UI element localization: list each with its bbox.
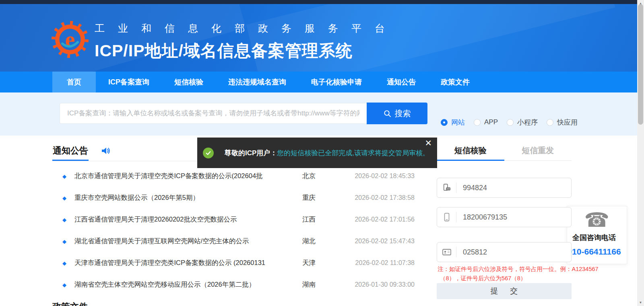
notice-title[interactable]: 江西省通信管理局关于清理20260202批次空壳数据公示 xyxy=(74,215,295,224)
notice-list: ◆ 北京市通信管理局关于清理空壳类ICP备案数据的公示(202604批 北京 2… xyxy=(52,165,415,296)
radio-label: APP xyxy=(484,118,498,126)
nav-item-sms-verify[interactable]: 短信核验 xyxy=(162,72,216,92)
scroll-down-arrow[interactable]: ▼ xyxy=(637,300,644,306)
notice-region: 重庆 xyxy=(295,193,349,202)
nav-item-illegal-domain-query[interactable]: 违法违规域名查询 xyxy=(216,72,299,92)
notice-title[interactable]: 湖南省空壳主体空壳网站空壳移动应用公示（2026年第二批） xyxy=(74,280,295,289)
notice-row[interactable]: ◆ 重庆市空壳网站数据公示（2026年第5期） 重庆 2026-02-02 17… xyxy=(52,187,415,209)
diamond-bullet-icon: ◆ xyxy=(52,195,74,201)
notice-title[interactable]: 重庆市空壳网站数据公示（2026年第5期） xyxy=(74,193,295,202)
notice-title[interactable]: 北京市通信管理局关于清理空壳类ICP备案数据的公示(202604批 xyxy=(74,172,295,181)
radio-quick-app[interactable]: 快应用 xyxy=(547,118,578,127)
hotline-label: 全国咨询电话 xyxy=(561,233,627,242)
notice-row[interactable]: ◆ 天津市通信管理局关于清理空壳类ICP备案数据的公示 (20260131 天津… xyxy=(52,252,415,274)
nav-item-e-verify-apply[interactable]: 电子化核验申请 xyxy=(299,72,374,92)
notice-region: 天津 xyxy=(295,259,349,267)
radio-app[interactable]: APP xyxy=(474,118,498,126)
radio-icon xyxy=(507,119,514,126)
notice-row[interactable]: ◆ 江西省通信管理局关于清理20260202批次空壳数据公示 江西 2026-0… xyxy=(52,209,415,230)
id-last6-field[interactable] xyxy=(437,242,572,262)
notice-datetime: 2026-02-02 15:47:43 xyxy=(349,238,415,245)
notice-title[interactable]: 湖北省通信管理局关于清理互联网空壳网站/空壳主体的公示 xyxy=(74,237,295,246)
hotline-card: ☎ 全国咨询电话 010-66411166 xyxy=(567,206,627,264)
diamond-bullet-icon: ◆ xyxy=(52,173,74,179)
radio-label: 快应用 xyxy=(557,118,578,127)
close-icon[interactable]: ✕ xyxy=(425,138,432,148)
phone-number-input[interactable] xyxy=(456,213,564,222)
diamond-bullet-icon: ◆ xyxy=(52,238,74,244)
notice-datetime: 2026-02-02 17:01:56 xyxy=(349,216,415,223)
notice-row[interactable]: ◆ 湖南省空壳主体空壳网站空壳移动应用公示（2026年第二批） 湖南 2026-… xyxy=(52,274,415,296)
notice-title[interactable]: 天津市通信管理局关于清理空壳类ICP备案数据的公示 (20260131 xyxy=(74,259,295,267)
miit-gear-logo-icon: e xyxy=(51,18,89,61)
scrollbar[interactable]: ▲ ▼ xyxy=(637,0,644,306)
notice-datetime: 2026-02-02 18:45:33 xyxy=(349,173,415,180)
notice-datetime: 2026-02-02 17:38:58 xyxy=(349,194,415,201)
search-input[interactable] xyxy=(60,103,367,124)
tab-sms-resend[interactable]: 短信重发 xyxy=(504,142,572,161)
submit-button[interactable]: 提 交 xyxy=(437,283,572,299)
tab-sms-verify[interactable]: 短信核验 xyxy=(437,142,504,161)
page-title: ICP/IP地址/域名信息备案管理系统 xyxy=(95,40,398,62)
nav-item-icp-query[interactable]: ICP备案查询 xyxy=(96,72,162,92)
telephone-icon: ☎ xyxy=(567,210,627,230)
notice-region: 江西 xyxy=(295,215,349,224)
page: e 工业和信息化部政务服务平台 ICP/IP地址/域名信息备案管理系统 首页 I… xyxy=(0,0,637,306)
svg-text:e: e xyxy=(65,27,75,51)
success-check-icon xyxy=(203,148,214,158)
radio-icon xyxy=(547,119,553,126)
magnifier-icon xyxy=(384,110,391,117)
header-titles: 工业和信息化部政务服务平台 ICP/IP地址/域名信息备案管理系统 xyxy=(95,22,398,62)
search-button-label: 搜索 xyxy=(395,108,411,119)
main-nav: 首页 ICP备案查询 短信核验 违法违规域名查询 电子化核验申请 通知公告 政策… xyxy=(0,72,637,92)
sms-panel-tabs: 短信核验 短信重发 xyxy=(437,142,572,161)
notice-row[interactable]: ◆ 北京市通信管理局关于清理空壳类ICP备案数据的公示(202604批 北京 2… xyxy=(52,165,415,187)
radio-label: 小程序 xyxy=(517,118,538,127)
notice-region: 北京 xyxy=(295,172,349,181)
browser-viewport: e 工业和信息化部政务服务平台 ICP/IP地址/域名信息备案管理系统 首页 I… xyxy=(0,0,644,306)
mobile-icon xyxy=(437,212,456,222)
radio-mini-program[interactable]: 小程序 xyxy=(507,118,538,127)
toast-notification: 尊敬的ICP用户： 您的短信核验已全部完成,该请求将提交管局审核。 ✕ xyxy=(197,138,437,168)
sms-verify-panel: 短信核验 短信重发 xyxy=(437,142,572,161)
radio-icon xyxy=(474,119,481,126)
nav-item-policy-files[interactable]: 政策文件 xyxy=(428,72,482,92)
nav-item-notices[interactable]: 通知公告 xyxy=(374,72,428,92)
scrollbar-thumb[interactable] xyxy=(638,4,643,125)
verification-code-field[interactable] xyxy=(437,178,572,198)
radio-label: 网站 xyxy=(451,118,465,127)
notice-row[interactable]: ◆ 湖北省通信管理局关于清理互联网空壳网站/空壳主体的公示 湖北 2026-02… xyxy=(52,230,415,252)
notice-datetime: 2026-01-30 09:33:00 xyxy=(349,281,415,288)
id-card-icon xyxy=(437,247,456,257)
platform-title: 工业和信息化部政务服务平台 xyxy=(95,22,398,35)
notices-title: 通知公告 xyxy=(52,142,89,161)
notice-region: 湖南 xyxy=(295,280,349,289)
toast-prefix: 尊敬的ICP用户： xyxy=(225,148,277,158)
id-last6-input[interactable] xyxy=(456,248,564,257)
phone-number-field[interactable] xyxy=(437,207,572,227)
nav-item-home[interactable]: 首页 xyxy=(52,72,96,92)
note-line-2: （8），证件号后六位为567（8） xyxy=(438,274,599,283)
toast-message: 您的短信核验已全部完成,该请求将提交管局审核。 xyxy=(277,148,429,158)
top-strip xyxy=(0,0,637,4)
id-symbol-note: 注：如证件号后六位涉及符号，符号占用一位。例：A1234567 （8），证件号后… xyxy=(438,265,599,283)
radio-selected-icon xyxy=(441,119,448,126)
diamond-bullet-icon: ◆ xyxy=(52,282,74,288)
search-button[interactable]: 搜索 xyxy=(367,103,427,124)
diamond-bullet-icon: ◆ xyxy=(52,217,74,223)
notice-datetime: 2026-02-02 11:07:38 xyxy=(349,259,415,267)
note-line-1: 注：如证件号后六位涉及符号，符号占用一位。例：A1234567 xyxy=(438,265,599,274)
next-section-title: 政策文件 xyxy=(52,301,88,306)
sms-icon xyxy=(437,183,456,193)
verification-code-input[interactable] xyxy=(456,183,564,193)
radio-website[interactable]: 网站 xyxy=(441,118,465,127)
notice-region: 湖北 xyxy=(295,237,349,246)
diamond-bullet-icon: ◆ xyxy=(52,260,74,266)
site-header: e 工业和信息化部政务服务平台 ICP/IP地址/域名信息备案管理系统 xyxy=(0,4,637,72)
search-section: 搜索 网站 APP 小程序 快应用 xyxy=(0,92,637,136)
speaker-icon[interactable] xyxy=(101,146,110,156)
search-type-options: 网站 APP 小程序 快应用 xyxy=(441,117,578,127)
